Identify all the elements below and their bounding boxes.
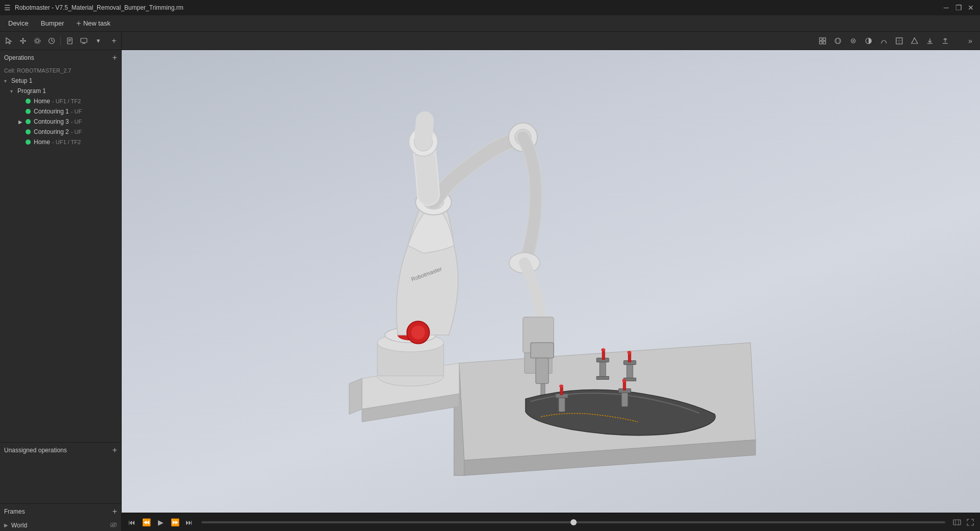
- setup1-item[interactable]: ▾ Setup 1: [0, 76, 121, 86]
- op-contouring-2-label: Contouring 2: [34, 128, 69, 135]
- go-start-button[interactable]: ⏮: [126, 516, 138, 528]
- op-contouring-2-sub: - UF: [71, 129, 82, 135]
- svg-line-11: [52, 41, 53, 41]
- dropdown-button[interactable]: ▾: [92, 34, 105, 48]
- operations-add-button[interactable]: +: [109, 36, 119, 46]
- playback-right-controls: [951, 517, 976, 528]
- svg-point-76: [622, 379, 626, 382]
- frames-add-button[interactable]: +: [112, 507, 117, 516]
- select-tool-button[interactable]: [2, 34, 15, 48]
- timeline-knob[interactable]: [571, 519, 577, 525]
- vp-path-button[interactable]: [877, 34, 891, 48]
- frames-header: Frames +: [0, 504, 121, 519]
- vp-select-button[interactable]: [815, 34, 830, 48]
- window-title: Robotmaster - V7.5_Material_Removal_Bump…: [15, 4, 941, 11]
- setup1-label: Setup 1: [11, 77, 32, 84]
- op-contouring-2-status: [26, 129, 31, 134]
- move-tool-button[interactable]: [16, 34, 30, 48]
- operations-title: Operations: [4, 54, 34, 61]
- svg-point-72: [627, 351, 631, 354]
- op-contouring-1[interactable]: Contouring 1 - UF: [0, 106, 121, 117]
- svg-rect-16: [81, 38, 87, 42]
- display-button[interactable]: [77, 34, 90, 48]
- timeline-track[interactable]: [201, 521, 945, 523]
- program1-arrow: ▾: [10, 88, 17, 94]
- op-home-2[interactable]: Home - UF1 / TF2: [0, 137, 121, 147]
- vp-orbit-button[interactable]: [831, 34, 845, 48]
- svg-point-7: [36, 39, 39, 42]
- time-button[interactable]: [45, 34, 58, 48]
- cell-label: Cell: ROBOTMASTER_2.7: [0, 65, 121, 76]
- vp-collapse-button[interactable]: »: [965, 35, 976, 47]
- svg-rect-24: [819, 41, 822, 44]
- program1-item[interactable]: ▾ Program 1: [0, 86, 121, 96]
- svg-point-27: [836, 38, 839, 43]
- vp-shading-button[interactable]: [861, 34, 876, 48]
- op-contouring-3-label: Contouring 3: [34, 118, 69, 125]
- op-home-1-status: [26, 99, 31, 104]
- svg-point-67: [601, 349, 605, 352]
- menu-bumper[interactable]: Bumper: [35, 17, 71, 29]
- robot-base: [349, 334, 459, 422]
- unassigned-add-button[interactable]: +: [112, 446, 117, 455]
- viewport-toolbar: »: [122, 32, 980, 50]
- op-contouring-3-sub: - UF: [71, 119, 82, 125]
- step-forward-button[interactable]: ⏩: [169, 516, 181, 528]
- svg-rect-23: [823, 38, 826, 40]
- vp-import-button[interactable]: [923, 34, 937, 48]
- world-visibility-icon[interactable]: [110, 521, 117, 529]
- svg-rect-60: [531, 343, 554, 358]
- menu-device[interactable]: Device: [2, 17, 35, 29]
- op-contouring-2[interactable]: Contouring 2 - UF: [0, 127, 121, 137]
- minimize-button[interactable]: ─: [941, 3, 951, 13]
- program1-label: Program 1: [17, 87, 46, 95]
- op-contouring-1-label: Contouring 1: [34, 108, 69, 115]
- svg-rect-65: [597, 377, 609, 380]
- app-menu-icon[interactable]: ☰: [4, 4, 11, 12]
- svg-point-29: [853, 40, 854, 41]
- playback-bar: ⏮ ⏪ ▶ ⏩ ⏭: [122, 513, 980, 531]
- op-contouring-3[interactable]: ▶ Contouring 3 - UF: [0, 117, 121, 127]
- svg-marker-34: [911, 38, 918, 43]
- step-back-button[interactable]: ⏪: [140, 516, 152, 528]
- restore-button[interactable]: ❐: [953, 3, 964, 13]
- svg-point-80: [559, 385, 563, 388]
- setup1-arrow: ▾: [4, 78, 11, 84]
- op-contouring-1-status: [26, 109, 31, 114]
- world-expand-arrow: ▶: [4, 522, 11, 528]
- vp-constraints-button[interactable]: [907, 34, 922, 48]
- svg-marker-6: [25, 40, 26, 42]
- vp-view-button[interactable]: [846, 34, 860, 48]
- svg-marker-0: [6, 38, 11, 44]
- robot-scene-svg: Robotmaster: [122, 50, 980, 513]
- window-controls: ─ ❐ ✕: [941, 3, 976, 13]
- close-button[interactable]: ✕: [966, 3, 976, 13]
- unassigned-title: Unassigned operations: [4, 447, 67, 454]
- svg-marker-43: [349, 379, 362, 414]
- playback-settings-button[interactable]: [951, 517, 963, 528]
- unassigned-section: Unassigned operations +: [0, 442, 121, 503]
- svg-rect-22: [819, 38, 822, 40]
- op-home-1[interactable]: Home - UF1 / TF2: [0, 96, 121, 106]
- go-end-button[interactable]: ⏭: [183, 516, 195, 528]
- operations-section: Operations + Cell: ROBOTMASTER_2.7 ▾ Set…: [0, 50, 121, 442]
- fullscreen-button[interactable]: [965, 517, 976, 528]
- svg-point-59: [411, 326, 425, 340]
- new-task-label: New task: [83, 19, 110, 27]
- play-button[interactable]: ▶: [154, 516, 167, 528]
- svg-marker-3: [22, 38, 24, 39]
- settings-button[interactable]: [31, 34, 44, 48]
- vp-export-button[interactable]: [938, 34, 952, 48]
- op-home-1-sub: - UF1 / TF2: [52, 98, 81, 104]
- svg-marker-4: [22, 42, 24, 44]
- operations-section-add[interactable]: +: [112, 53, 117, 62]
- viewport-3d[interactable]: Robotmaster: [122, 50, 980, 513]
- svg-marker-5: [20, 40, 21, 42]
- op-home-2-sub: - UF1 / TF2: [52, 139, 81, 145]
- world-frame-item[interactable]: ▶ World: [0, 519, 121, 531]
- doc-button[interactable]: [63, 34, 76, 48]
- new-task-button[interactable]: + New task: [70, 17, 117, 30]
- vp-frame-button[interactable]: [892, 34, 906, 48]
- op-home-1-label: Home: [34, 98, 50, 105]
- svg-rect-61: [536, 358, 549, 384]
